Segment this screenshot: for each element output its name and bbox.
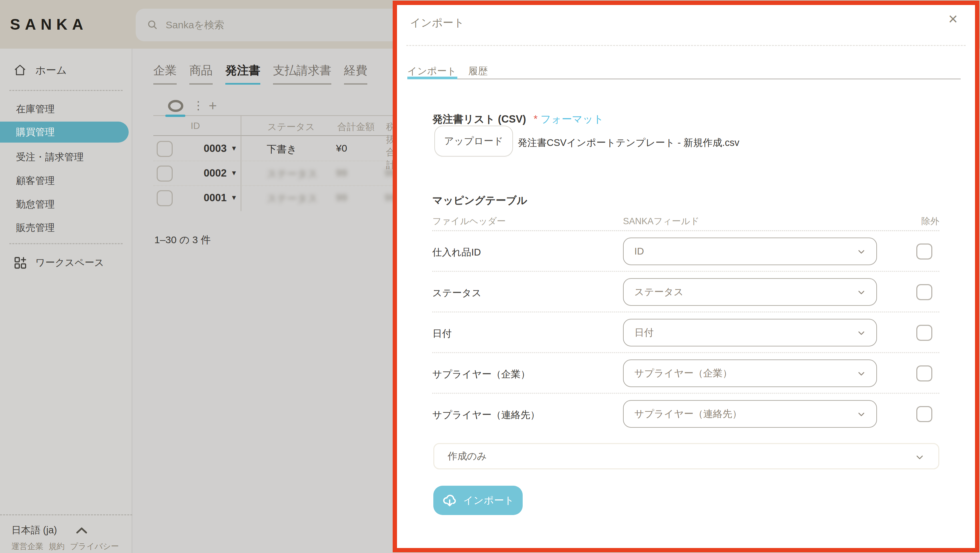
exclude-checkbox[interactable] [916,365,932,381]
tab-expenses[interactable]: 経費 [344,63,368,84]
file-header-label: 日付 [432,327,452,340]
tab-payment-invoices[interactable]: 支払請求書 [273,63,331,84]
close-icon[interactable]: × [948,11,958,27]
global-search[interactable] [136,9,422,41]
caret-down-icon[interactable]: ▼ [231,169,237,177]
row-id: 0002 [187,167,227,179]
add-view-icon[interactable]: + [208,98,217,114]
sidebar-item-customers[interactable]: 顧客管理 [16,174,55,188]
sidebar-item-workspace[interactable]: ワークスペース [13,256,104,270]
file-header-label: サプライヤー（企業） [432,368,530,381]
modal-tabs-border [407,79,961,79]
select-value: 日付 [634,326,654,340]
mapping-table-heading: マッピングテーブル [432,194,527,208]
select-value: 作成のみ [448,450,487,463]
modal-tab-active-underline [407,76,457,79]
search-input[interactable] [165,19,379,31]
chevron-down-icon [856,247,866,257]
column-header-id: ID [191,121,200,131]
row-total: 99 [336,192,347,203]
row-status: 下書き [267,143,297,156]
caret-down-icon[interactable]: ▼ [231,145,237,152]
sidebar-item-attendance[interactable]: 勤怠管理 [16,198,55,211]
row-checkbox[interactable] [157,165,173,181]
modal-tab-import[interactable]: インポート [407,65,457,78]
select-value: ID [634,246,644,257]
chevron-down-icon [914,452,925,463]
mapping-row: 仕入れ品ID ID [432,231,939,272]
app-root: SANKA ホーム 在庫管理 購買管理 受注・請求管理 顧客管理 勤怠管理 販売… [0,0,980,553]
sidebar-item-sales[interactable]: 販売管理 [16,221,55,235]
row-total: 99 [336,167,347,178]
row-checkbox[interactable] [157,190,173,206]
sidebar-divider [10,243,123,244]
exclude-checkbox[interactable] [916,325,932,341]
table-row: 0003 ▼ 下書き ¥0 [153,137,400,161]
exclude-checkbox[interactable] [916,406,932,422]
footer-links: 運営企業 規約 プライバシー [11,541,119,551]
row-checkbox[interactable] [157,141,173,157]
home-icon [13,64,27,77]
file-section-label-row: 発注書リスト (CSV) * フォーマット [432,112,604,126]
pagination-label: 1–30 の 3 件 [154,233,211,247]
sidebar-item-label: ワークスペース [35,256,104,270]
language-switcher[interactable]: 日本語 (ja) [11,524,88,537]
sidebar-divider [0,514,132,515]
tab-purchase-orders[interactable]: 発注書 [225,63,260,84]
file-header-label: ステータス [432,286,482,300]
uploaded-file-name: 発注書CSVインポートテンプレート - 新規作成.csv [518,136,739,149]
sidebar-item-purchasing[interactable]: 購買管理 [0,122,129,143]
chevron-down-icon [856,369,866,379]
exclude-checkbox[interactable] [916,243,932,259]
language-label: 日本語 (ja) [11,524,57,537]
footer-link-terms[interactable]: 規約 [49,541,65,551]
row-id: 0003 [187,143,227,154]
import-mode-select[interactable]: 作成のみ [433,443,939,469]
required-asterisk: * [534,113,538,125]
sanka-field-select[interactable]: 日付 [623,319,877,346]
select-value: ステータス [634,286,684,299]
chevron-down-icon [856,288,866,297]
chevron-up-icon [76,527,88,534]
sanka-field-select[interactable]: ID [623,238,877,265]
sidebar-item-home[interactable]: ホーム [13,63,67,77]
tab-companies[interactable]: 企業 [153,63,177,84]
kebab-menu-icon[interactable]: ⋮ [192,99,204,112]
modal-header-divider [406,45,966,46]
caret-down-icon[interactable]: ▼ [231,194,237,202]
sidebar-item-inventory[interactable]: 在庫管理 [16,103,55,116]
table-row: 0002 ▼ ステータス 99 99 [153,161,400,186]
table-toolbar: ⋮ + [153,100,400,116]
table-row: 0001 ▼ ステータス 99 99 [153,186,400,211]
row-total: ¥0 [336,143,347,154]
format-link[interactable]: フォーマット [541,113,604,125]
footer-link-privacy[interactable]: プライバシー [70,541,119,551]
chevron-down-icon [856,328,866,338]
mapping-column-headers: ファイルヘッダー SANKAフィールド 除外 [432,215,939,231]
sidebar-item-orders-billing[interactable]: 受注・請求管理 [16,151,84,164]
mapping-col-file-header: ファイルヘッダー [432,215,506,227]
view-tab-icon[interactable] [168,100,183,112]
sanka-field-select[interactable]: サプライヤー（連絡先） [623,400,877,428]
row-id: 0001 [187,192,227,204]
sidebar-item-label: ホーム [35,63,67,77]
entity-tabs: 企業 商品 発注書 支払請求書 経費 [153,63,368,84]
file-header-label: サプライヤー（連絡先） [432,408,540,422]
column-header-total: 合計金額 [337,121,375,133]
workspace-icon [13,256,27,270]
footer-link-company[interactable]: 運営企業 [11,541,43,551]
sanka-field-select[interactable]: ステータス [623,278,877,306]
upload-button[interactable]: アップロード [434,126,513,157]
mapping-col-exclude: 除外 [921,215,939,227]
sidebar-divider [10,90,123,91]
mapping-row: ステータス ステータス [432,272,939,313]
sanka-field-select[interactable]: サプライヤー（企業） [623,359,877,387]
table-header: ID ステータス 合計金額 税抜合計 [153,116,400,136]
modal-tab-history[interactable]: 履歴 [468,65,488,78]
exclude-checkbox[interactable] [916,284,932,300]
file-header-label: 仕入れ品ID [432,246,481,259]
import-modal: インポート × インポート 履歴 発注書リスト (CSV) * フォーマット ア… [393,1,979,552]
tab-products[interactable]: 商品 [189,63,213,84]
import-button[interactable]: インポート [433,486,523,515]
file-field-label: 発注書リスト (CSV) [432,113,526,125]
